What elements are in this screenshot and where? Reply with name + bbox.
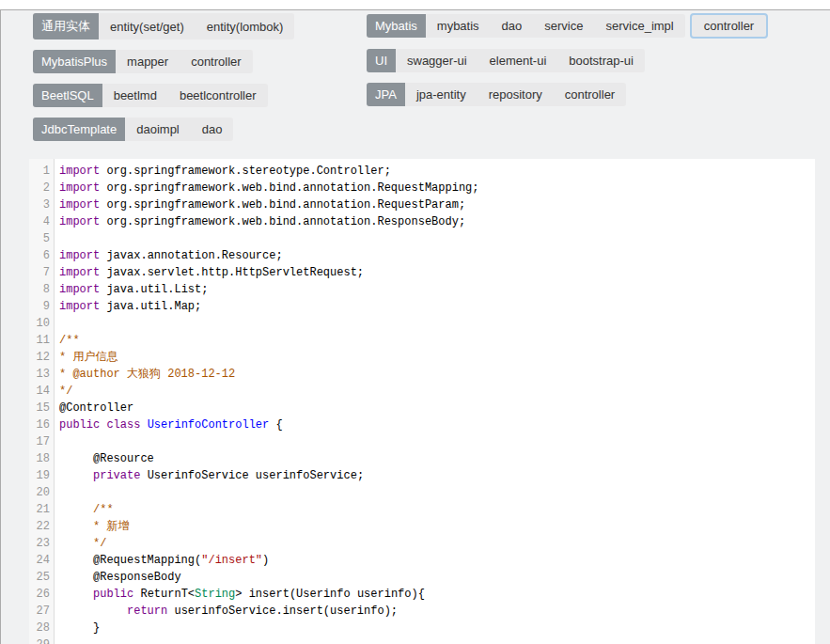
template-chip[interactable]: bootstrap-ui bbox=[557, 49, 645, 72]
main-panel: 通用实体entity(set/get)entity(lombok)Mybatis… bbox=[0, 9, 830, 644]
code-text: private UserinfoService userinfoService; bbox=[50, 467, 364, 484]
line-number: 3 bbox=[29, 196, 50, 213]
code-text: } bbox=[50, 620, 100, 636]
code-line: 8import java.util.List; bbox=[29, 281, 815, 298]
group-label: JPA bbox=[367, 83, 405, 106]
template-group: MybatisPlusmappercontroller bbox=[33, 50, 253, 73]
code-line: 29 bbox=[29, 636, 815, 644]
toolbar-row: JdbcTemplatedaoimpldao bbox=[33, 118, 233, 141]
group-label: JdbcTemplate bbox=[33, 118, 125, 141]
toolbar-row: UIswagger-uielement-uibootstrap-ui bbox=[367, 49, 645, 72]
line-number: 5 bbox=[29, 230, 50, 247]
code-text: @Controller bbox=[50, 400, 133, 416]
line-number: 13 bbox=[29, 366, 50, 383]
template-group: JdbcTemplatedaoimpldao bbox=[33, 118, 233, 141]
top-strip bbox=[0, 0, 830, 9]
code-line: 5 bbox=[29, 230, 815, 247]
line-number: 9 bbox=[29, 298, 50, 315]
code-line: 15@Controller bbox=[29, 400, 815, 416]
group-label: 通用实体 bbox=[33, 13, 99, 39]
group-label: Mybatis bbox=[367, 14, 426, 38]
template-chip[interactable]: service bbox=[533, 14, 594, 38]
template-group: Mybatismybatisdaoserviceservice_impl bbox=[367, 14, 685, 38]
toolbar-row: MybatisPlusmappercontroller bbox=[33, 50, 253, 73]
toolbar-column-left: 通用实体entity(set/get)entity(lombok)Mybatis… bbox=[33, 13, 294, 151]
code-line: 27 return userinfoService.insert(userinf… bbox=[29, 603, 815, 620]
code-line: 4import org.springframework.web.bind.ann… bbox=[29, 213, 815, 230]
line-number: 29 bbox=[29, 636, 50, 644]
code-line: 12* 用户信息 bbox=[29, 349, 815, 366]
template-chip[interactable]: service_impl bbox=[594, 14, 684, 38]
code-line: 18 @Resource bbox=[29, 450, 815, 467]
code-line: 16public class UserinfoController { bbox=[29, 416, 815, 433]
code-text: import javax.annotation.Resource; bbox=[50, 247, 283, 264]
code-text bbox=[50, 315, 59, 332]
group-label: MybatisPlus bbox=[33, 50, 116, 73]
code-line: 11/** bbox=[29, 332, 815, 349]
code-line: 20 bbox=[29, 484, 815, 501]
code-text: import java.util.List; bbox=[50, 281, 208, 298]
code-line: 26 public ReturnT<String> insert(Userinf… bbox=[29, 586, 815, 603]
code-line: 9import java.util.Map; bbox=[29, 298, 815, 315]
template-group: UIswagger-uielement-uibootstrap-ui bbox=[367, 49, 645, 72]
code-line: 10 bbox=[29, 315, 815, 332]
code-text: */ bbox=[50, 535, 106, 552]
line-number: 23 bbox=[29, 535, 50, 552]
code-line: 28 } bbox=[29, 620, 815, 636]
template-chip[interactable]: controller bbox=[554, 83, 626, 106]
template-chip[interactable]: beetlcontroller bbox=[168, 84, 268, 107]
template-toolbar: 通用实体entity(set/get)entity(lombok)Mybatis… bbox=[1, 10, 830, 156]
code-line: 21 /** bbox=[29, 501, 815, 518]
line-number: 25 bbox=[29, 569, 50, 586]
template-chip[interactable]: mapper bbox=[116, 50, 180, 73]
template-chip[interactable]: dao bbox=[191, 118, 234, 141]
template-chip[interactable]: jpa-entity bbox=[405, 83, 478, 106]
code-text: /** bbox=[50, 332, 80, 349]
code-line: 7import javax.servlet.http.HttpServletRe… bbox=[29, 264, 815, 281]
code-text: import org.springframework.web.bind.anno… bbox=[50, 196, 465, 213]
code-text bbox=[50, 484, 59, 501]
line-number: 8 bbox=[29, 281, 50, 298]
template-chip[interactable]: entity(lombok) bbox=[196, 13, 295, 39]
template-chip-selected[interactable]: controller bbox=[690, 13, 768, 39]
code-text bbox=[50, 230, 59, 247]
template-chip[interactable]: controller bbox=[180, 50, 252, 73]
toolbar-row: BeetlSQLbeetlmdbeetlcontroller bbox=[33, 84, 268, 107]
template-chip[interactable]: daoimpl bbox=[125, 118, 191, 141]
code-line: 14*/ bbox=[29, 383, 815, 400]
code-text: */ bbox=[50, 383, 72, 400]
template-chip[interactable]: beetlmd bbox=[102, 84, 168, 107]
code-text: public ReturnT<String> insert(Userinfo u… bbox=[50, 586, 425, 603]
code-editor[interactable]: 1import org.springframework.stereotype.C… bbox=[29, 159, 815, 644]
code-line: 3import org.springframework.web.bind.ann… bbox=[29, 196, 815, 213]
line-number: 14 bbox=[29, 383, 50, 400]
group-label: UI bbox=[367, 49, 396, 72]
template-chip[interactable]: entity(set/get) bbox=[99, 13, 196, 39]
code-text: import org.springframework.web.bind.anno… bbox=[50, 180, 478, 196]
code-text: public class UserinfoController { bbox=[50, 416, 283, 433]
code-line: 23 */ bbox=[29, 535, 815, 552]
line-number: 1 bbox=[29, 163, 50, 180]
template-chip[interactable]: repository bbox=[478, 83, 554, 106]
template-group: 通用实体entity(set/get)entity(lombok) bbox=[33, 13, 294, 39]
line-number: 22 bbox=[29, 518, 50, 535]
code-line: 17 bbox=[29, 433, 815, 450]
line-number: 28 bbox=[29, 620, 50, 636]
code-lines: 1import org.springframework.stereotype.C… bbox=[29, 163, 815, 644]
line-number: 19 bbox=[29, 467, 50, 484]
template-chip[interactable]: element-ui bbox=[478, 49, 558, 72]
code-line: 6import javax.annotation.Resource; bbox=[29, 247, 815, 264]
code-line: 1import org.springframework.stereotype.C… bbox=[29, 163, 815, 180]
code-line: 2import org.springframework.web.bind.ann… bbox=[29, 180, 815, 196]
template-chip[interactable]: swagger-ui bbox=[396, 49, 478, 72]
line-number: 27 bbox=[29, 603, 50, 620]
line-number: 6 bbox=[29, 247, 50, 264]
line-number: 16 bbox=[29, 416, 50, 433]
template-chip[interactable]: mybatis bbox=[426, 14, 491, 38]
template-chip[interactable]: dao bbox=[491, 14, 534, 38]
toolbar-column-right: Mybatismybatisdaoserviceservice_implcont… bbox=[367, 13, 768, 117]
template-group: JPAjpa-entityrepositorycontroller bbox=[367, 83, 626, 106]
code-text bbox=[50, 636, 59, 644]
code-text: @Resource bbox=[50, 450, 154, 467]
code-text: import org.springframework.stereotype.Co… bbox=[50, 163, 391, 180]
